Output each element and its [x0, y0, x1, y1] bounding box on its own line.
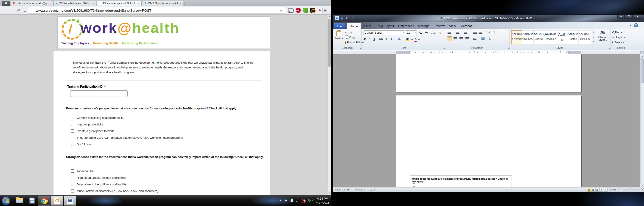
italic-button[interactable]: I — [368, 37, 370, 41]
cut-button[interactable]: ✂ Cut — [345, 31, 352, 34]
checkbox[interactable] — [71, 123, 74, 126]
checkbox[interactable] — [71, 143, 74, 146]
shrink-font-icon[interactable]: A▼ — [425, 31, 429, 34]
superscript-button[interactable]: x² — [391, 37, 394, 40]
dialog-launcher-icon[interactable]: ◢ — [508, 47, 509, 49]
taskbar-clock[interactable]: 4:54 PM 4/27/2015 — [316, 197, 329, 205]
checkbox-option[interactable]: The Affordable Care Act mandates that em… — [71, 135, 183, 140]
change-case-icon[interactable]: Aa▾ — [432, 31, 436, 34]
action-center-flag-icon[interactable]: ⚑ — [284, 199, 287, 202]
checkbox-option[interactable]: Combat escalating healthcare costs — [71, 115, 124, 120]
tab-review[interactable]: Review — [432, 23, 448, 29]
undo-icon[interactable]: ↶▾ — [346, 16, 349, 20]
left-indent-marker[interactable] — [409, 51, 411, 53]
network-signal-icon[interactable] — [296, 200, 299, 202]
volume-muted-icon[interactable] — [303, 199, 305, 202]
power-plug-icon[interactable] — [290, 199, 293, 202]
tab-view[interactable]: View — [446, 23, 459, 29]
multilevel-list-icon[interactable]: ▾ — [464, 31, 468, 34]
view-ruler-toggle-icon[interactable]: ▭ — [640, 51, 644, 54]
style-no-spacing[interactable]: AaBbCcDc ¶ No Spaci... — [522, 30, 534, 44]
tab-surveygizmo-builder[interactable]: Sg T3 Knowledge and Skills S × — [54, 1, 96, 6]
word-title-bar[interactable]: F-4_Screenshots of T3 Knowledge and Skil… — [333, 15, 644, 22]
bookmark-star-icon[interactable]: ★ — [280, 8, 283, 13]
scroll-down-icon[interactable]: ▼ — [328, 191, 331, 195]
url-text[interactable]: www.surveygizmo.com/s3/2091680/T3-Knowle… — [36, 8, 152, 12]
restore-button[interactable]: ❐ — [625, 15, 632, 19]
style-heading-1[interactable]: AaBbC( Heading 1 — [534, 30, 545, 44]
tab-close-icon[interactable]: × — [92, 2, 94, 5]
document-page-2[interactable]: Which of the following are examples of p… — [396, 96, 581, 187]
change-styles-button[interactable]: AA Change Styles ▾ — [597, 30, 609, 41]
tab-acrobat[interactable]: Acrobat — [458, 23, 475, 29]
select-button[interactable]: Select ▾ — [612, 41, 624, 44]
checkbox-option[interactable]: Tobacco Use — [71, 169, 94, 173]
tab-close-icon[interactable]: × — [137, 2, 140, 5]
tab-close-icon[interactable]: × — [179, 2, 182, 5]
minimize-button[interactable]: ─ — [618, 15, 625, 19]
right-indent-marker[interactable] — [567, 51, 569, 53]
replace-button[interactable]: abReplace — [612, 36, 626, 39]
browser-scrollbar-thumb[interactable] — [328, 19, 331, 67]
checkbox[interactable] — [71, 136, 74, 139]
participation-id-input[interactable] — [70, 91, 128, 97]
checkbox[interactable] — [71, 169, 74, 173]
zoom-out-button[interactable]: − — [618, 188, 621, 191]
qat-menu-icon[interactable]: ▾ — [357, 16, 358, 20]
show-marks-icon[interactable]: ¶ — [494, 30, 495, 34]
page-security-icon[interactable] — [31, 9, 33, 12]
word-count[interactable]: Words: 0 — [355, 188, 366, 191]
increase-indent-icon[interactable] — [479, 31, 482, 34]
underline-button[interactable]: U — [373, 37, 375, 41]
start-button[interactable] — [2, 197, 10, 205]
tab-close-icon[interactable]: × — [49, 2, 52, 5]
dialog-launcher-icon[interactable]: ◢ — [608, 47, 610, 49]
chrome-taskbar-button[interactable] — [38, 196, 50, 206]
bold-button[interactable]: B — [364, 37, 366, 41]
copy-button[interactable]: Copy — [345, 36, 355, 39]
checkbox[interactable] — [71, 129, 74, 132]
checkbox-option[interactable]: Create a great place to work — [71, 129, 114, 133]
bullets-icon[interactable]: ▾ — [448, 31, 452, 34]
align-right-button[interactable] — [460, 37, 463, 41]
collapse-ribbon-icon[interactable]: ▲ — [629, 24, 632, 26]
scroll-up-icon[interactable]: ▲ — [328, 15, 331, 18]
dark-extension-icon[interactable] — [310, 8, 315, 13]
tab-references[interactable]: References — [395, 23, 417, 29]
outlook-taskbar-button[interactable]: O — [51, 196, 63, 206]
home-icon[interactable]: ⌂ — [22, 7, 28, 13]
show-hidden-icons-chevron[interactable]: ▲ — [280, 199, 282, 201]
tab-home[interactable]: Home — [346, 23, 361, 29]
back-icon[interactable]: ← — [2, 7, 8, 13]
gallery-scroll-arrows[interactable]: ▲▼▼ — [592, 30, 595, 44]
tab-sharepoint-omb[interactable]: S OMB Submission(s) - All D × — [142, 1, 184, 6]
line-spacing-icon[interactable]: ↕▾ — [473, 37, 478, 40]
close-button[interactable]: ✕ — [633, 15, 642, 19]
checkbox-option[interactable]: Days absent due to illness or disability — [71, 182, 126, 186]
zoom-level[interactable]: 100% — [610, 188, 616, 191]
style-title[interactable]: AaB Title — [556, 30, 567, 44]
dialog-launcher-icon[interactable]: ◢ — [360, 47, 361, 49]
style-subtle-emphasis[interactable]: AaBbCcD( Subtle Em... — [578, 30, 590, 44]
font-size-combo[interactable]: 11 ▾ — [406, 30, 417, 35]
dialog-launcher-icon[interactable]: ◢ — [443, 47, 444, 49]
draft-view-icon[interactable]: ≡ — [604, 188, 608, 192]
calculator-taskbar-button[interactable] — [26, 196, 38, 206]
checkbox-option[interactable]: Don't know — [71, 142, 91, 146]
font-color-icon[interactable]: A — [414, 37, 416, 42]
horizontal-ruler[interactable]: 1 2 3 4 5 6 7 — [396, 51, 581, 54]
pdf-extension-icon[interactable] — [318, 8, 323, 13]
help-icon[interactable]: ? — [634, 23, 638, 27]
style-normal[interactable]: AaBbCcDc ¶ Normal — [511, 30, 522, 44]
word-scrollbar-thumb[interactable] — [641, 58, 644, 83]
text-effects-icon[interactable]: A▾ — [398, 37, 402, 41]
decrease-indent-icon[interactable] — [473, 31, 477, 34]
new-tab-chevron[interactable]: › — [184, 1, 184, 5]
proofing-icon[interactable]: 📖✓ — [370, 188, 376, 191]
tab-mailings[interactable]: Mailings — [415, 23, 432, 29]
word-taskbar-button[interactable]: W — [64, 196, 76, 206]
adblock-extension-icon[interactable]: ABP — [296, 8, 301, 13]
strikethrough-button[interactable]: abc — [379, 37, 383, 40]
borders-icon[interactable]: ▾ — [489, 37, 493, 40]
checkbox[interactable] — [71, 116, 74, 119]
